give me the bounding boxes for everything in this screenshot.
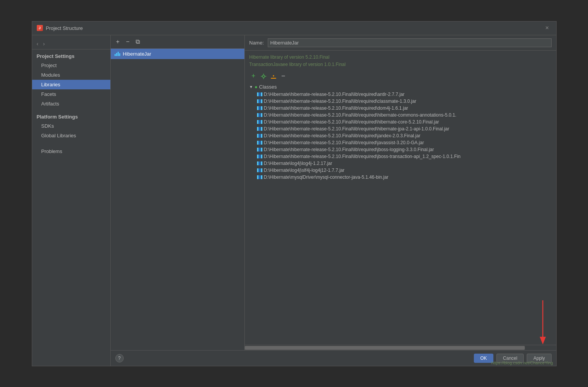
svg-rect-6 [273,75,274,77]
bottom-bar: ? OK Cancel Apply https://blog.csdn.net/… [111,350,556,366]
title-bar: J Project Structure × [32,21,556,35]
jar-icon [257,155,262,158]
sidebar-item-sdks[interactable]: SDKs [32,121,110,131]
content-split: + − ⧉ HibernateJar [111,35,556,350]
remove-library-button[interactable]: − [124,38,132,46]
project-structure-dialog: J Project Structure × ‹ › Project Settin… [32,21,557,366]
add-library-button[interactable]: + [114,38,122,46]
jar-icon [257,120,262,124]
tree-root-classes[interactable]: ▼ ● Classes [249,83,552,91]
tree-item[interactable]: D:\Hibernate\hibernate-release-5.2.10.Fi… [249,153,552,160]
tree-item[interactable]: D:\Hibernate\hibernate-release-5.2.10.Fi… [249,91,552,98]
list-toolbar: + − ⧉ [111,35,244,49]
remove-classes-button[interactable]: − [279,72,288,81]
add-orange-button[interactable] [269,72,278,81]
jar-icon [257,161,262,165]
horizontal-scrollbar[interactable] [245,345,556,350]
jar-icon [257,175,262,179]
config-icon [260,73,267,79]
help-button[interactable]: ? [115,354,124,362]
app-icon: J [37,25,43,31]
jar-icon [257,141,262,145]
sidebar-item-facets[interactable]: Facets [32,89,110,99]
close-button[interactable]: × [545,25,552,31]
tree-item[interactable]: D:\Hibernate\log4j\log4j-1.2.17.jar [249,160,552,167]
tree-item[interactable]: D:\Hibernate\hibernate-release-5.2.10.Fi… [249,98,552,105]
jar-icon [257,106,262,110]
dialog-title: Project Structure [46,25,83,31]
sidebar-item-modules[interactable]: Modules [32,70,110,80]
tree-item[interactable]: D:\Hibernate\hibernate-release-5.2.10.Fi… [249,139,552,146]
red-arrow-annotation [537,300,549,346]
nav-back-forward: ‹ › [32,38,110,49]
platform-settings-section: Platform Settings SDKs Global Libraries [32,112,110,140]
add-orange-icon [270,73,277,79]
add-classes-button[interactable]: + [249,72,258,81]
sidebar-item-artifacts[interactable]: Artifacts [32,99,110,109]
classes-toolbar: + [245,70,556,83]
tree-item[interactable]: D:\Hibernate\hibernate-release-5.2.10.Fi… [249,132,552,139]
dialog-body: ‹ › Project Settings Project Modules Lib… [32,35,556,366]
svg-point-0 [262,75,265,77]
triangle-icon: ▼ [249,85,253,89]
jar-icon [257,168,262,172]
sidebar-item-problems[interactable]: Problems [32,147,110,156]
title-bar-left: J Project Structure [37,25,83,31]
tree-item[interactable]: D:\Hibernate\log4j\slf4j-log4j12-1.7.7.j… [249,167,552,174]
tree-item[interactable]: D:\Hibernate\hibernate-release-5.2.10.Fi… [249,125,552,132]
platform-settings-header: Platform Settings [32,112,110,121]
list-item[interactable]: HibernateJar [111,49,244,59]
left-panel: + − ⧉ HibernateJar [111,35,245,350]
nav-forward-button[interactable]: › [41,40,46,48]
sidebar-item-project[interactable]: Project [32,61,110,70]
project-settings-header: Project Settings [32,51,110,61]
tree-item[interactable]: D:\Hibernate\hibernate-release-5.2.10.Fi… [249,146,552,153]
jar-icon [257,127,262,131]
svg-marker-9 [540,337,546,344]
scrollbar-thumb[interactable] [245,346,525,350]
nav-back-button[interactable]: ‹ [35,40,40,48]
tree-item[interactable]: D:\Hibernate\hibernate-release-5.2.10.Fi… [249,119,552,125]
tree-item[interactable]: D:\Hibernate\hibernate-release-5.2.10.Fi… [249,105,552,112]
svg-rect-7 [271,78,276,79]
library-icon [115,51,121,56]
info-text: Hibernate library of version 5.2.10.Fina… [245,51,556,70]
right-panel: Name: Hibernate library of version 5.2.1… [245,35,556,350]
tree-item[interactable]: D:\Hibernate\mysqlDriver\mysql-connector… [249,174,552,181]
jar-icon [257,113,262,117]
bottom-link: https://blog.csdn.net/ChanceYing [488,361,556,365]
sidebar-item-global-libraries[interactable]: Global Libraries [32,131,110,140]
folder-icon: ● [254,84,257,90]
add-config-button[interactable] [259,72,268,81]
name-row: Name: [245,35,556,51]
copy-library-button[interactable]: ⧉ [134,38,142,46]
sidebar: ‹ › Project Settings Project Modules Lib… [32,35,111,366]
library-list[interactable]: HibernateJar [111,49,244,350]
main-content: + − ⧉ HibernateJar [111,35,556,366]
sidebar-item-libraries[interactable]: Libraries [32,80,110,89]
name-label: Name: [249,40,265,46]
jar-icon [257,99,262,103]
jar-icon [257,134,262,138]
tree-item[interactable]: D:\Hibernate\hibernate-release-5.2.10.Fi… [249,112,552,119]
jar-icon [257,92,262,96]
name-input[interactable] [268,38,552,47]
tree-area[interactable]: ▼ ● Classes D:\Hibernate\hibernate-relea… [245,83,556,345]
problems-section: Problems [32,147,110,156]
jar-icon [257,148,262,152]
